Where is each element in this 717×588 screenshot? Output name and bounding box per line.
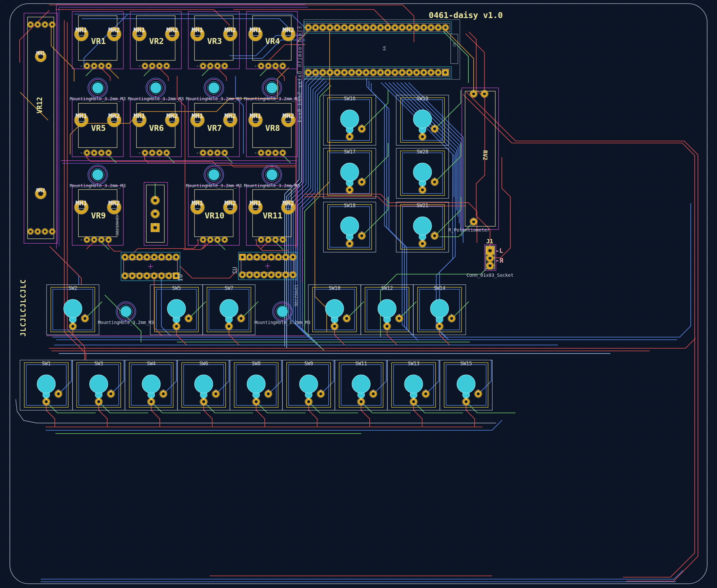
- mounting-hole-label: MountingHole_3.2mm_M3: [98, 320, 154, 325]
- switch-pad1-number: 1: [45, 397, 47, 400]
- header-pin-number: 8: [394, 71, 396, 74]
- header-pin-number: 19: [314, 71, 317, 74]
- header-pin-number: 40: [444, 26, 447, 29]
- switch-pad2-number: 2: [162, 389, 164, 393]
- header-pin-number: 29: [364, 26, 368, 29]
- switch-pad2-number: 2: [451, 314, 452, 317]
- switch-ref-label: SW12: [381, 285, 393, 291]
- switch-pad1-number: 1: [349, 132, 350, 135]
- pad-minus-mark: -: [254, 150, 257, 156]
- switch-pad1-number: 1: [439, 322, 440, 325]
- header-pin-number: 13: [357, 71, 360, 74]
- switch-pad1-number: 1: [334, 322, 335, 325]
- vr-ref-label: VR7: [207, 123, 222, 133]
- j1-pad-number: 3: [489, 263, 491, 265]
- switch-pad2-number: 2: [346, 314, 347, 317]
- u2-value-text: CD4051BE: [294, 285, 299, 307]
- switch-pad1-number: 1: [150, 397, 152, 400]
- switch-ref-label: SW15: [460, 361, 472, 366]
- mh2-pad-label: MH2: [108, 112, 120, 120]
- mh2-pad-label: MH2: [224, 26, 236, 34]
- switch-pad2-number: 2: [267, 389, 269, 393]
- switch-ref-label: SW1: [42, 361, 50, 366]
- mh2-pad-label: MH2: [224, 199, 236, 207]
- switch-pad2-number: 2: [240, 314, 242, 317]
- switch-pad1-number: 1: [203, 397, 204, 400]
- switch-ref-label: SW20: [417, 149, 428, 155]
- mh1-pad-label: MH1: [76, 26, 87, 34]
- header-pin-number: 10: [379, 71, 382, 74]
- switch-pad1-number: 1: [386, 322, 388, 325]
- header-pin-number: 20: [307, 71, 310, 74]
- switch-ref-label: SW11: [355, 361, 367, 366]
- rv2-value-label: R_Potentiometer: [448, 227, 490, 233]
- header-pin-number: 11: [372, 71, 375, 74]
- switch-pad1-number: 1: [349, 185, 350, 189]
- rv2-pad-number: 3: [473, 218, 475, 222]
- switch-pad1-number: 1: [308, 397, 309, 400]
- mounting-hole-label: MountingHole_3.2mm_M3: [128, 96, 184, 102]
- switch-pad1-number: 1: [413, 397, 414, 400]
- switch-pad1-number: 1: [421, 239, 423, 243]
- mh2-pad-label: MH2: [282, 112, 294, 120]
- header-pin-number: 31: [379, 26, 382, 29]
- header-a4-mark: A4: [382, 46, 387, 50]
- pcb-canvas[interactable]: MH1MH2VR1-MH1MH2VR2-MH1MH2VR3-MH1MH2VR4-…: [0, 0, 717, 588]
- switch-ref-label: SW2: [68, 285, 77, 291]
- header-pin-number: 36: [415, 26, 418, 29]
- mounting-hole-label: MountingHole_3.2mm_M3: [186, 96, 242, 102]
- vr-ref-label: VR5: [91, 123, 106, 133]
- header-pin-number: 27: [350, 26, 353, 29]
- switch-pad2-number: 2: [361, 231, 362, 234]
- j1-ref-label: J1: [486, 238, 493, 245]
- switch-ref-label: SW9: [304, 361, 313, 366]
- vr-ref-label: VR2: [149, 36, 164, 46]
- switch-pad2-number: 2: [434, 177, 435, 181]
- switch-pad1-number: 1: [465, 397, 467, 400]
- switch-ref-label: SW3: [94, 361, 103, 366]
- header-pin-number: 2: [438, 71, 439, 74]
- mh1-pad-label: MH1: [133, 26, 145, 34]
- header-pin-number: 15: [343, 71, 346, 74]
- header-pin-number: 17: [328, 71, 331, 74]
- switch-pad2-number: 2: [434, 231, 435, 234]
- switch-ref-label: SW17: [344, 149, 356, 155]
- switch-pad2-number: 2: [477, 389, 479, 393]
- header-pin-number: 39: [437, 26, 440, 29]
- mounting-hole-label: MountingHole_3.2mm_M3: [186, 183, 242, 189]
- switch-pad2-number: 2: [110, 389, 111, 393]
- mh1-pad-label: MH1: [76, 112, 87, 120]
- switch-pad2-number: 2: [398, 314, 400, 317]
- header-pin-number: 3: [430, 71, 432, 74]
- vr-ref-label: VR9: [91, 211, 106, 220]
- switch-pad2-number: 2: [372, 389, 374, 393]
- switch-ref-label: SW16: [344, 96, 356, 102]
- switch-ref-label: SW4: [147, 361, 155, 366]
- rv1-pad-number: 3: [154, 196, 156, 200]
- mh2-pad-label: MH2: [108, 26, 120, 34]
- header-pin-number: 7: [401, 71, 403, 74]
- pcb-editor-viewport[interactable]: MH1MH2VR1-MH1MH2VR2-MH1MH2VR3-MH1MH2VR4-…: [0, 0, 717, 588]
- switch-pad2-number: 2: [57, 389, 59, 393]
- rv2-ref-label: RV2: [482, 150, 488, 160]
- rv1-pad-number: 1: [154, 223, 156, 227]
- switch-ref-label: SW18: [344, 203, 356, 209]
- header-pin-number: 18: [321, 71, 324, 74]
- switch-pad1-number: 1: [72, 322, 73, 325]
- switch-pad1-number: 1: [175, 322, 177, 325]
- mh2-pad-label: MH2: [224, 112, 236, 120]
- switch-pad2-number: 2: [425, 389, 426, 393]
- pad-minus-mark: -: [196, 236, 199, 243]
- switch-pad1-number: 1: [421, 185, 423, 189]
- vr-ref-label: VR3: [207, 36, 222, 46]
- vr12-ref-label: VR12: [36, 97, 44, 113]
- mounting-hole-label: MountingHole_3.2mm_M3: [244, 183, 300, 189]
- pad-minus-mark: -: [80, 236, 83, 243]
- pad-minus-mark: -: [138, 150, 141, 156]
- switch-pad1-number: 1: [360, 397, 362, 400]
- switch-pad2-number: 2: [320, 389, 321, 393]
- header-pin-number: 6: [409, 71, 410, 74]
- switch-ref-label: SW21: [417, 203, 428, 209]
- pad-minus-mark: -: [254, 236, 257, 243]
- header-pin-number: 1: [445, 71, 446, 74]
